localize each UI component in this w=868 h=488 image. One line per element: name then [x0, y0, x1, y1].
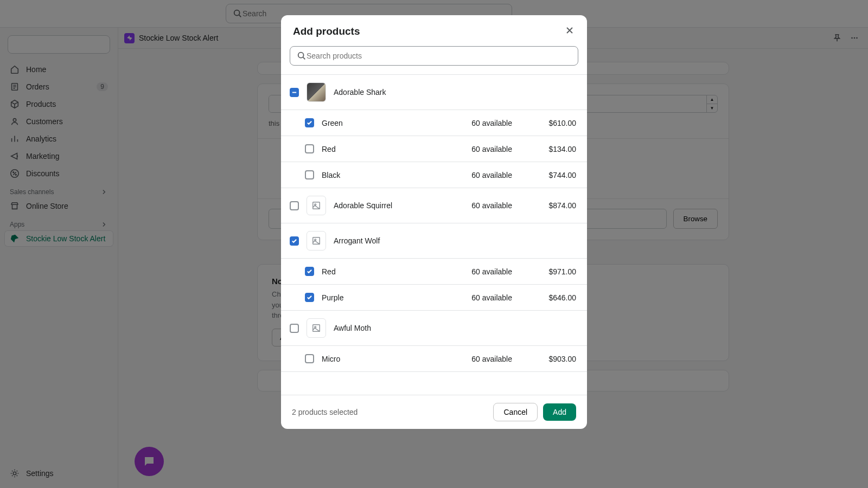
variant-availability: 60 available: [471, 119, 512, 127]
product-availability: 60 available: [471, 201, 512, 210]
variant-name: Black: [322, 171, 340, 179]
add-button[interactable]: Add: [543, 403, 576, 421]
checkbox[interactable]: [290, 201, 299, 210]
modal-search-box[interactable]: [290, 46, 578, 66]
checkbox[interactable]: [305, 354, 314, 363]
product-thumbnail-placeholder: [307, 196, 326, 215]
variant-name: Purple: [322, 293, 343, 302]
variant-row[interactable]: Black 60 available $744.00: [281, 162, 587, 188]
product-thumbnail-placeholder: [307, 231, 326, 251]
variant-row[interactable]: Red 60 available $134.00: [281, 136, 587, 162]
variant-price: $610.00: [529, 119, 576, 127]
variant-availability: 60 available: [471, 171, 512, 179]
close-icon: [564, 25, 575, 36]
product-name: Awful Moth: [334, 324, 371, 332]
checkbox[interactable]: [305, 267, 314, 276]
cancel-button[interactable]: Cancel: [493, 403, 538, 421]
variant-availability: 60 available: [471, 293, 512, 302]
product-name: Arrogant Wolf: [334, 236, 380, 245]
variant-row[interactable]: Purple 60 available $646.00: [281, 285, 587, 311]
variant-row[interactable]: Micro 60 available $903.00: [281, 346, 587, 372]
product-list[interactable]: Adorable Shark Green 60 available $610.0…: [281, 74, 587, 395]
product-name: Adorable Shark: [334, 88, 386, 97]
add-products-modal: Add products Adorable Shark Green 60 ava…: [281, 15, 587, 429]
product-name: Adorable Squirrel: [334, 201, 392, 210]
checkbox[interactable]: [305, 144, 314, 153]
modal-search-input[interactable]: [307, 52, 571, 60]
product-thumbnail: [307, 82, 326, 102]
variant-price: $971.00: [529, 267, 576, 276]
variant-price: $646.00: [529, 293, 576, 302]
modal-title: Add products: [293, 25, 360, 37]
checkbox[interactable]: [305, 293, 314, 302]
checkbox[interactable]: [290, 236, 299, 246]
product-row[interactable]: Adorable Squirrel 60 available $874.00: [281, 188, 587, 223]
product-row[interactable]: Awful Moth: [281, 311, 587, 346]
product-thumbnail-placeholder: [307, 318, 326, 338]
svg-rect-11: [292, 92, 296, 93]
variant-availability: 60 available: [471, 355, 512, 363]
checkbox[interactable]: [290, 324, 299, 333]
variant-price: $134.00: [529, 145, 576, 153]
variant-availability: 60 available: [471, 267, 512, 276]
product-row[interactable]: Adorable Shark: [281, 75, 587, 110]
search-icon: [297, 51, 307, 61]
checkbox[interactable]: [290, 88, 299, 97]
checkbox[interactable]: [305, 118, 314, 127]
variant-name: Red: [322, 267, 336, 276]
variant-name: Red: [322, 145, 336, 153]
svg-point-10: [298, 53, 304, 58]
checkbox[interactable]: [305, 170, 314, 179]
close-button[interactable]: [564, 25, 575, 37]
product-price: $874.00: [529, 201, 576, 210]
selected-count: 2 products selected: [292, 408, 358, 416]
variant-name: Micro: [322, 355, 340, 363]
variant-price: $744.00: [529, 171, 576, 179]
product-row[interactable]: Arrogant Wolf: [281, 223, 587, 259]
variant-name: Green: [322, 119, 343, 127]
variant-row[interactable]: Green 60 available $610.00: [281, 110, 587, 136]
variant-availability: 60 available: [471, 145, 512, 153]
variant-row[interactable]: Red 60 available $971.00: [281, 259, 587, 285]
modal-overlay[interactable]: Add products Adorable Shark Green 60 ava…: [0, 0, 868, 488]
variant-price: $903.00: [529, 355, 576, 363]
